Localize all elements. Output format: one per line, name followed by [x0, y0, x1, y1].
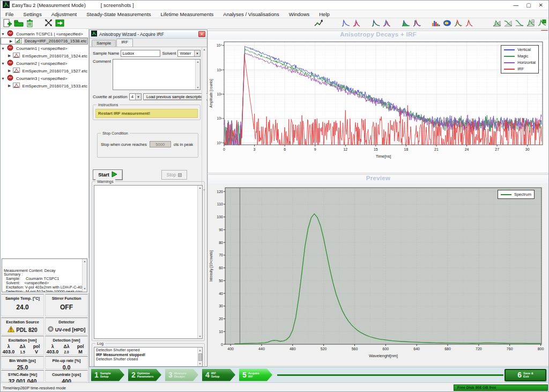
decay-file-icon: [15, 38, 22, 45]
menu-adjustment[interactable]: Adjustment: [47, 10, 82, 18]
green-trace-1-icon-glyph: [492, 19, 502, 27]
green-trace-1-icon[interactable]: [492, 18, 502, 28]
green-trace-2-icon-glyph: [503, 19, 513, 27]
histogram-colors-icon[interactable]: [431, 18, 441, 28]
menu-help[interactable]: Help: [314, 10, 335, 18]
context-scrollbar[interactable]: ▲▼: [82, 259, 87, 292]
tree-group-row[interactable]: ▼Coumarin TCSPC1 | <unspecified>: [1, 30, 88, 38]
menu-settings[interactable]: Settings: [18, 10, 46, 18]
comment-textarea[interactable]: [113, 60, 200, 90]
step-1[interactable]: 1SampleSetup: [91, 369, 124, 381]
tree-file-row[interactable]: ▶EmSpectrum_20160716_1524.etc: [1, 52, 88, 60]
collapse-icon[interactable]: ▼: [1, 62, 5, 65]
excitation-delta-value: 1.5: [16, 350, 29, 354]
solvent-select[interactable]: Water▼: [177, 50, 201, 57]
green-trace-2-icon[interactable]: [503, 18, 514, 28]
decay-green-fill-icon[interactable]: [400, 18, 411, 28]
measurement-mode-icon[interactable]: [55, 18, 65, 28]
svg-text:10²: 10²: [217, 92, 222, 96]
load-previous-sample-button[interactable]: Load previous sample description: [143, 93, 208, 100]
step-6-save-exit[interactable]: 6Save &Exit: [505, 369, 546, 381]
adjustment-icon[interactable]: [313, 18, 324, 28]
delta-lambda-header: Δλ: [60, 344, 73, 349]
collapse-icon[interactable]: ▼: [1, 32, 5, 36]
tab-sample[interactable]: Sample: [92, 40, 116, 47]
spectrum-magenta-icon[interactable]: [352, 18, 362, 28]
tree-file-row[interactable]: ▶Decay+IRF_20160716_1538.etc: [1, 38, 88, 45]
tres-contour-icon[interactable]: [442, 18, 452, 28]
step-number: 2: [131, 371, 136, 379]
open-folder-icon[interactable]: [13, 18, 24, 28]
decay-overlay-icon[interactable]: [370, 18, 381, 28]
detector-value: UV-red [HPD]: [55, 327, 86, 332]
wizard-title-bar[interactable]: Anisotropy Wizard - Acquire IRF ✕: [90, 30, 207, 39]
legend-entry: Horizontal: [504, 60, 536, 65]
expand-icon[interactable]: ▶: [8, 84, 11, 88]
green-trace-5-icon[interactable]: [537, 18, 547, 28]
spectrum-blue-red-icon[interactable]: [382, 18, 392, 28]
chevron-down-icon: ▼: [194, 50, 200, 56]
decay-chart-title: Anisotropy Decays + IRF: [208, 31, 548, 40]
anisotropy-red-green-icon[interactable]: [453, 18, 464, 28]
maximize-button[interactable]: ▢: [526, 2, 531, 8]
menu-steady-state-measurements[interactable]: Steady-State Measurements: [81, 10, 155, 18]
warnings-scrollbar[interactable]: ▲▼: [197, 186, 202, 338]
svg-text:30: 30: [219, 304, 223, 308]
log-scrollbar[interactable]: ▲▼: [197, 347, 202, 366]
decay-blue-icon[interactable]: [340, 18, 351, 28]
expand-icon[interactable]: ▶: [8, 54, 11, 58]
collapse-icon[interactable]: ▼: [1, 47, 5, 50]
expand-icon[interactable]: ▶: [8, 69, 11, 73]
spectrum-red-blue-icon[interactable]: [412, 18, 422, 28]
svg-text:15: 15: [374, 147, 378, 151]
step-4[interactable]: 4IRFSetup: [202, 369, 235, 381]
spectrum-red-small-icon[interactable]: [464, 18, 475, 28]
comment-scrollbar[interactable]: ▲▼: [195, 60, 200, 90]
step-5[interactable]: 5AcquireIRF: [239, 369, 272, 381]
tree-group-row[interactable]: ▼Coumarin1 | <unspecified>: [1, 45, 88, 52]
tree-group-label: Coumarin3 | <unspecified>: [15, 76, 68, 82]
stirrer-value: OFF: [46, 304, 87, 311]
scroll-down-icon[interactable]: ▼: [84, 287, 86, 291]
start-button[interactable]: Start: [93, 169, 123, 180]
step-2[interactable]: 2OptimizeParameters: [128, 369, 161, 381]
green-trace-4-icon-glyph: [526, 19, 536, 27]
scroll-up-icon[interactable]: ▲: [84, 260, 86, 264]
step-3[interactable]: 3MeasureDecays: [165, 369, 198, 381]
green-trace-4-icon[interactable]: [525, 18, 536, 28]
step-number: 1: [94, 371, 99, 379]
tree-group-label: Coumarin2 | <unspecified>: [15, 61, 68, 66]
sample-name-input[interactable]: [121, 50, 160, 57]
green-trace-3-icon[interactable]: [514, 18, 525, 28]
tree-group-row[interactable]: ▼Coumarin3 | <unspecified>: [1, 75, 88, 82]
tab-irf[interactable]: IRF: [116, 39, 133, 47]
close-button[interactable]: ✕: [539, 2, 543, 8]
legend-entry: Spectrum: [501, 192, 531, 197]
tree-file-row[interactable]: ▶EmSpectrum_20160716_1527.etc: [1, 67, 88, 75]
pol-header: pol: [73, 344, 87, 349]
minimize-button[interactable]: —: [513, 2, 518, 8]
delete-trash-icon[interactable]: [25, 18, 35, 28]
warning-icon: [8, 326, 14, 334]
stop-counts-input[interactable]: 5000: [150, 141, 171, 147]
menu-analyses-visualisations[interactable]: Analyses / Visualisations: [218, 10, 284, 18]
svg-text:440: 440: [258, 347, 265, 351]
menu-lifetime-measurements[interactable]: Lifetime Measurements: [156, 10, 219, 18]
preview-chart-svg: 4004404805205606006406807207608000102030…: [208, 183, 549, 366]
expand-icon[interactable]: ▶: [9, 39, 13, 43]
tree-file-row[interactable]: ▶EmSpectrum_20160716_1533.etc: [1, 82, 88, 90]
fit-view-icon[interactable]: [43, 18, 54, 28]
wizard-scrollbar[interactable]: ▲▼: [202, 47, 206, 192]
wizard-close-button[interactable]: ✕: [198, 31, 205, 37]
menu-windows[interactable]: Windows: [284, 10, 315, 18]
spectrum-file-icon: [13, 82, 20, 90]
cuvette-position-select[interactable]: 4▼: [129, 93, 142, 100]
tree-group-row[interactable]: ▼Coumarin2 | <unspecified>: [1, 60, 88, 67]
legend-label: Spectrum: [514, 192, 531, 197]
status-bar: TimeHarp260P time-resolved mode Free Dis…: [1, 382, 549, 392]
new-measurement-icon[interactable]: [2, 18, 13, 28]
collapse-icon[interactable]: ▼: [1, 77, 5, 80]
menu-file[interactable]: File: [1, 10, 18, 18]
stirrer-label: Stirrer Function: [46, 296, 87, 301]
stop-button[interactable]: Stop: [161, 170, 187, 180]
